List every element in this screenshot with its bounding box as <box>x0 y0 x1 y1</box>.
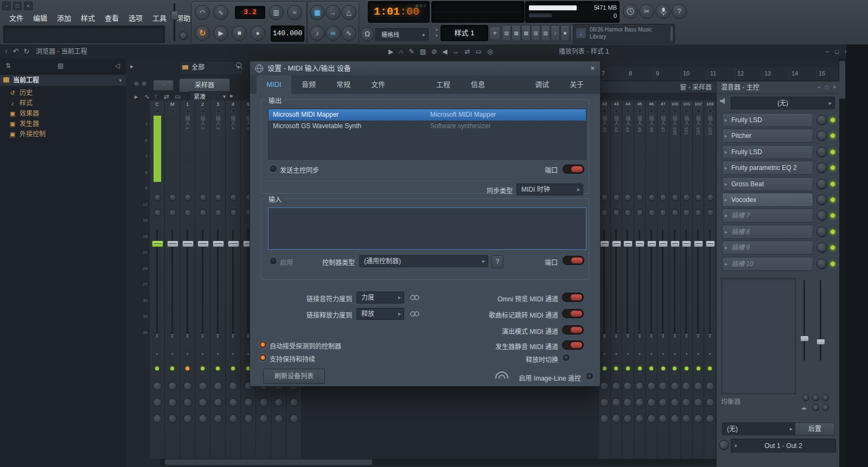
microphone-icon[interactable] <box>655 4 671 19</box>
strip-led[interactable] <box>626 109 630 113</box>
strip-arrow-icon[interactable]: ▴ <box>693 351 704 356</box>
strip-label[interactable]: 插入 103 <box>706 116 714 182</box>
strip-knob[interactable] <box>635 414 644 423</box>
window-button-icon[interactable]: − <box>2 2 11 10</box>
strip-knob[interactable] <box>706 414 714 423</box>
strip-knob[interactable] <box>154 209 161 216</box>
strip-pan-knob[interactable] <box>600 382 609 390</box>
strip-knob[interactable] <box>183 414 192 423</box>
strip-route-arrows[interactable]: ⇕ <box>646 333 657 339</box>
rack-led[interactable] <box>141 81 148 87</box>
main-volume-slider[interactable] <box>172 3 176 41</box>
effect-mix-knob[interactable] <box>816 115 827 125</box>
strip-knob[interactable] <box>671 398 679 407</box>
mixer-window-button[interactable]: × <box>833 81 836 93</box>
strip-fader-handle[interactable] <box>671 241 680 247</box>
mixer-caption-bar[interactable]: 混音器 - 主控 −□× <box>717 81 839 94</box>
mixer-window-button[interactable]: □ <box>825 81 828 93</box>
strip-knob[interactable] <box>695 194 702 201</box>
strip-knob[interactable] <box>169 209 176 216</box>
strip-fader-handle[interactable] <box>600 241 609 247</box>
input-port-switch[interactable] <box>563 256 584 265</box>
strip-knob[interactable] <box>200 209 207 216</box>
effect-slot[interactable]: Fruity LSD <box>722 145 836 159</box>
step-edit-icon[interactable]: → <box>326 5 341 20</box>
dialog-tab[interactable]: 工程 <box>426 75 461 94</box>
strip-knob[interactable] <box>624 209 631 216</box>
menu-item[interactable]: 样式 <box>76 13 100 24</box>
browser-item[interactable]: ▣ 发生器 <box>0 119 126 129</box>
effect-mix-knob[interactable] <box>816 226 827 237</box>
strip-knob[interactable] <box>707 194 714 201</box>
window-toggle-button[interactable]: ▥ <box>531 25 540 41</box>
strip-fader-handle[interactable] <box>152 241 163 247</box>
strip-label[interactable]: 插入 46 <box>648 116 655 182</box>
rack-arrow-icon[interactable]: ▸ <box>130 62 133 70</box>
strip-route-arrows[interactable]: ⇕ <box>704 333 716 339</box>
strip-knob[interactable] <box>682 414 691 423</box>
strip-led[interactable] <box>216 109 221 113</box>
play-button[interactable]: ▶ <box>213 26 228 41</box>
strip-knob[interactable] <box>647 398 656 407</box>
window-toggle-button[interactable]: ▦ <box>512 25 521 41</box>
eq-knob[interactable] <box>812 394 819 401</box>
strip-label[interactable]: 插入 42 <box>601 116 608 182</box>
strip-pan-knob[interactable] <box>659 382 667 390</box>
mixer-strip[interactable]: M ⇕ ▴ <box>165 100 180 459</box>
strip-label[interactable] <box>169 116 176 182</box>
strip-knob[interactable] <box>214 398 222 407</box>
strip-enable-led[interactable] <box>708 367 712 370</box>
strip-knob[interactable] <box>624 194 631 201</box>
mixer-strip[interactable]: 1 插入 1 ⇕ ▴ <box>180 100 195 459</box>
strip-label[interactable]: 插入 43 <box>612 116 620 182</box>
strip-route-arrows[interactable]: ⇕ <box>165 333 180 339</box>
output-device-list[interactable]: Microsoft MIDI Mapper Microsoft MIDI Map… <box>268 109 586 160</box>
support-hold-radio[interactable] <box>259 354 267 362</box>
strip-arrow-icon[interactable]: ▴ <box>599 351 610 356</box>
snap-magnet-icon[interactable]: Ω <box>360 27 374 41</box>
browser-nav-icon[interactable]: ↶ <box>13 45 19 59</box>
strip-knob[interactable] <box>648 194 655 201</box>
strip-knob[interactable] <box>230 194 237 201</box>
post-fx-button[interactable]: 后置 <box>795 422 835 436</box>
strip-knob[interactable] <box>695 209 702 216</box>
toggle-on-release-toggle[interactable] <box>562 354 570 362</box>
strip-knob[interactable] <box>200 194 207 201</box>
effect-slot-selector[interactable]: 插槽 9 <box>722 241 813 255</box>
spectrum-icon[interactable]: ▥ <box>269 5 284 20</box>
strip-arrow-icon[interactable]: ▴ <box>180 351 195 356</box>
wait-for-input-icon[interactable]: ♪ <box>310 26 325 41</box>
blend-notes-icon[interactable]: ∿ <box>341 26 356 41</box>
strip-label[interactable]: 插入 3 <box>214 116 222 182</box>
strip-pan-knob[interactable] <box>229 382 238 390</box>
help-icon[interactable]: ? <box>672 4 687 19</box>
strip-knob[interactable] <box>613 209 620 216</box>
strip-knob[interactable] <box>169 194 176 201</box>
rack-view-icon[interactable]: ▭ <box>175 93 181 100</box>
strip-enable-led[interactable] <box>216 367 220 370</box>
insert-routing-selector[interactable]: (无)▸ <box>722 422 796 436</box>
strip-enable-led[interactable] <box>201 367 205 370</box>
window-toggle-button[interactable]: ▩ <box>521 25 531 41</box>
rack-mini-button[interactable]: ·· <box>153 80 174 91</box>
strip-pan-knob[interactable] <box>671 382 679 390</box>
effect-enable-led[interactable] <box>830 165 835 171</box>
window-toggle-button[interactable]: ■ <box>560 25 570 41</box>
strip-knob[interactable] <box>229 398 238 407</box>
strip-led[interactable] <box>637 109 642 113</box>
mixer-strip[interactable]: 102 插入 102 ⇕ ▴ <box>693 100 705 459</box>
mixer-strip[interactable]: 43 插入 43 ⇕ ▴ <box>611 100 623 459</box>
browser-item[interactable]: ▣ 效果器 <box>0 109 126 119</box>
strip-knob[interactable] <box>648 209 655 216</box>
strip-label[interactable]: 插入 100 <box>671 116 679 182</box>
strip-arrow-icon[interactable]: ▴ <box>210 351 225 356</box>
metronome-icon[interactable]: △ <box>341 5 356 20</box>
strip-arrow-icon[interactable]: ▴ <box>634 351 646 356</box>
eq-knob[interactable] <box>822 404 829 411</box>
effect-slot-selector[interactable]: 插槽 7 <box>722 209 813 223</box>
strip-arrow-icon[interactable]: ▴ <box>704 351 716 356</box>
eq-knob[interactable] <box>802 394 809 401</box>
effect-enable-led[interactable] <box>830 149 835 155</box>
strip-pan-knob[interactable] <box>706 382 714 390</box>
strip-route-arrows[interactable]: ⇕ <box>599 333 610 339</box>
